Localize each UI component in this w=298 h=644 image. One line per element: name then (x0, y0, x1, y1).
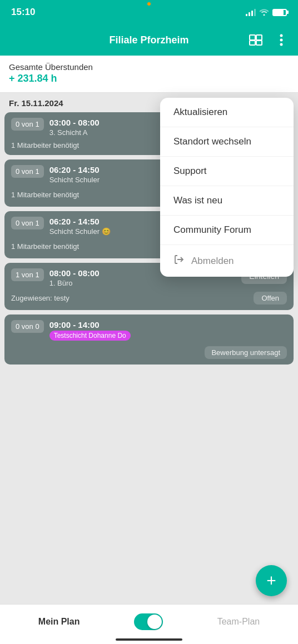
dropdown-item-standort[interactable]: Standort wechseln (160, 127, 294, 157)
dropdown-item-abmelden[interactable]: Abmelden (160, 245, 294, 277)
svg-rect-0 (250, 35, 255, 40)
logout-icon (173, 254, 185, 268)
app-header: Filiale Pforzheim (0, 24, 298, 56)
dot-indicator (147, 2, 151, 6)
dropdown-item-label: Abmelden (191, 256, 234, 267)
plan-toggle[interactable] (134, 613, 163, 630)
header-title: Filiale Pforzheim (109, 34, 188, 46)
team-plan-nav[interactable]: Team-Plan (217, 617, 260, 627)
status-icons (246, 8, 287, 17)
dropdown-menu: Aktualisieren Standort wechseln Support … (160, 98, 294, 277)
svg-rect-1 (256, 35, 262, 40)
status-bar: 15:10 (0, 0, 298, 24)
home-indicator (116, 638, 182, 641)
more-options-button[interactable] (271, 30, 291, 50)
header-action-buttons (246, 30, 291, 50)
wifi-icon (259, 8, 269, 17)
dropdown-item-label: Support (173, 166, 207, 177)
dropdown-item-support[interactable]: Support (160, 157, 294, 186)
status-time: 15:10 (11, 7, 35, 18)
svg-point-4 (280, 34, 283, 37)
dropdown-item-label: Community Forum (173, 224, 251, 236)
svg-rect-2 (250, 41, 255, 45)
main-content: Gesamte Überstunden + 231.84 h Fr. 15.11… (0, 56, 298, 604)
svg-point-6 (280, 43, 283, 46)
mein-plan-nav[interactable]: Mein Plan (38, 617, 80, 627)
dropdown-item-label: Was ist neu (173, 195, 222, 206)
bottom-nav: Mein Plan Team-Plan (0, 604, 298, 644)
mein-plan-label: Mein Plan (38, 617, 80, 627)
dropdown-item-label: Aktualisieren (173, 107, 227, 118)
filter-icon-button[interactable] (246, 30, 266, 50)
svg-rect-3 (256, 41, 262, 45)
dropdown-item-label: Standort wechseln (173, 136, 251, 147)
signal-icon (246, 8, 256, 16)
dropdown-item-aktualisieren[interactable]: Aktualisieren (160, 98, 294, 127)
dropdown-overlay[interactable]: Aktualisieren Standort wechseln Support … (0, 56, 298, 604)
toggle-knob (147, 615, 162, 629)
battery-icon (272, 9, 287, 16)
svg-point-5 (280, 39, 283, 42)
team-plan-label: Team-Plan (217, 617, 260, 627)
dropdown-item-community[interactable]: Community Forum (160, 216, 294, 245)
dropdown-item-wasneu[interactable]: Was ist neu (160, 186, 294, 216)
